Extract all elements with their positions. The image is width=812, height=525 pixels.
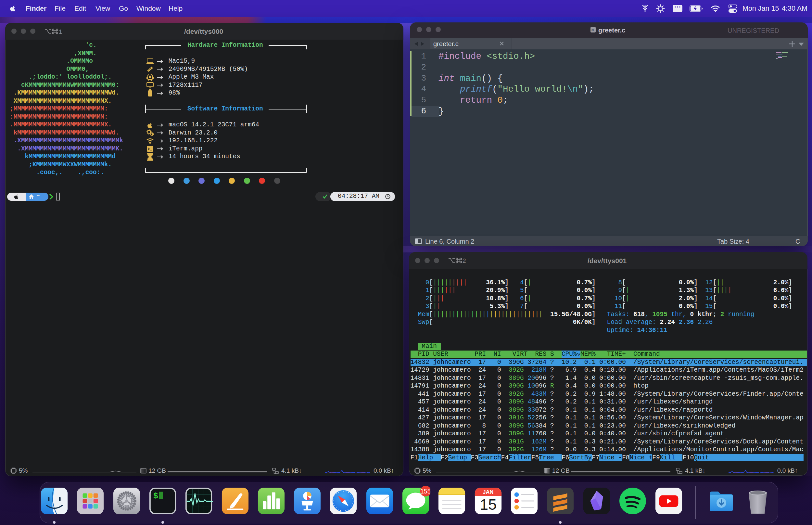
svg-text:155: 155 — [420, 487, 430, 495]
svg-text:2: 2 — [462, 257, 466, 264]
svg-text:15: 15 — [479, 496, 496, 513]
svg-text:$: $ — [153, 492, 158, 501]
svg-text:1: 1 — [59, 28, 62, 35]
svg-text:JAN: JAN — [482, 489, 493, 495]
